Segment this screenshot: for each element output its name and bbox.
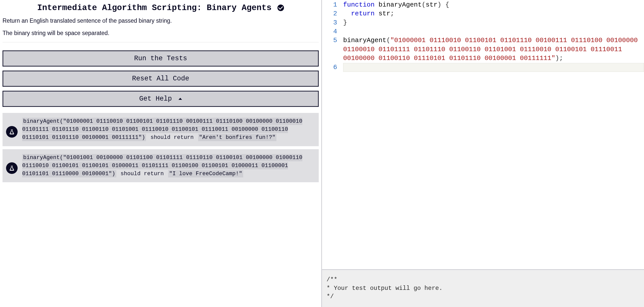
reset-code-label: Reset All Code [132,75,189,82]
line-number: 6 [322,63,343,72]
code-line[interactable]: } [343,18,644,27]
divider [3,42,319,42]
test-text: binaryAgent("01000001 01110010 01100101 … [22,117,314,142]
instructions-panel: Intermediate Algorithm Scripting: Binary… [0,0,322,307]
line-number: 5 [322,36,343,63]
challenge-description: Return an English translated sentence of… [3,17,319,37]
description-line: The binary string will be space separate… [3,29,319,37]
challenge-title: Intermediate Algorithm Scripting: Binary… [3,4,319,13]
test-expected: "Aren't bonfires fun!?" [198,134,277,141]
code-editor[interactable]: 1 function binaryAgent(str) { 2 return s… [322,0,644,269]
code-line[interactable]: return str; [343,9,644,18]
run-tests-label: Run the Tests [134,55,187,62]
test-item: binaryAgent("01001001 00100000 01101100 … [3,149,319,182]
get-help-button[interactable]: Get Help [3,91,319,107]
run-tests-button[interactable]: Run the Tests [3,50,319,67]
test-text: binaryAgent("01001001 00100000 01101100 … [22,154,314,178]
code-line[interactable]: function binaryAgent(str) { [343,1,644,9]
test-item: binaryAgent("01000001 01110010 01100101 … [3,113,319,146]
flask-icon [6,126,18,138]
caret-up-icon [178,98,182,100]
challenge-title-text: Intermediate Algorithm Scripting: Binary… [37,3,272,13]
line-number: 2 [322,9,343,18]
test-output: /** * Your test output will go here. */ [322,269,644,307]
line-number: 4 [322,27,343,36]
get-help-label: Get Help [139,95,172,103]
test-mid: should return [116,170,168,177]
flask-icon [6,162,18,174]
editor-panel: 1 function binaryAgent(str) { 2 return s… [322,0,644,307]
test-expected: "I love FreeCodeCamp!" [168,170,243,177]
completed-check-icon [277,5,284,11]
line-number: 3 [322,18,343,27]
code-line[interactable]: binaryAgent("01000001 01110010 01100101 … [343,36,644,63]
tests-list: binaryAgent("01000001 01110010 01100101 … [3,113,319,182]
description-line: Return an English translated sentence of… [3,17,319,25]
test-mid: should return [146,134,198,141]
code-line[interactable] [343,63,644,72]
code-line[interactable] [343,27,644,36]
line-number: 1 [322,1,343,9]
reset-code-button[interactable]: Reset All Code [3,71,319,87]
